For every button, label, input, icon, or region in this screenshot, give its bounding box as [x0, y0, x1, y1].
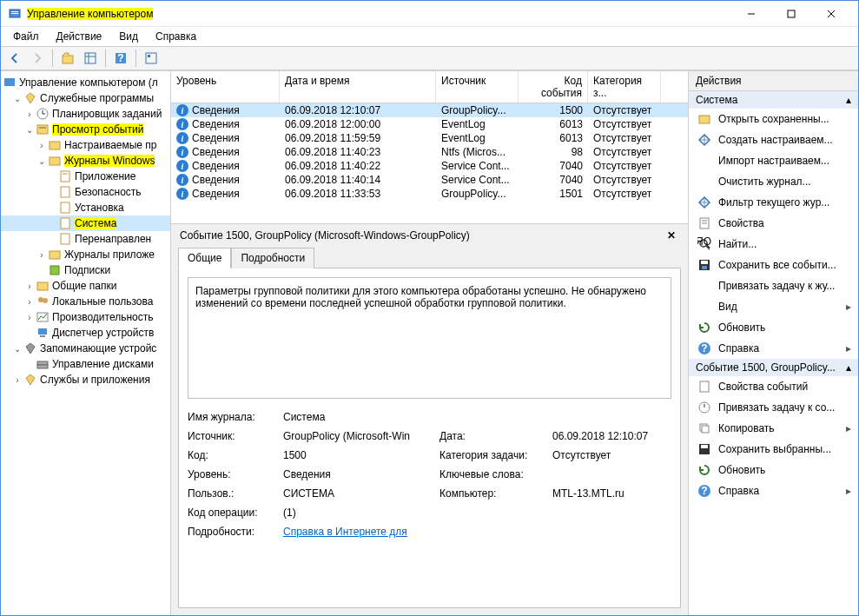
action-item[interactable]: Сохранить выбранны... [689, 439, 858, 460]
action-icon [697, 258, 711, 272]
menubar: Файл Действие Вид Справка [1, 27, 858, 46]
menu-help[interactable]: Справка [149, 29, 203, 44]
svg-rect-38 [37, 365, 48, 368]
lbl-date: Дата: [439, 430, 544, 442]
tree-label: Диспетчер устройств [52, 327, 154, 339]
grid-body[interactable]: iСведения 06.09.2018 12:10:07 GroupPolic… [171, 103, 688, 223]
table-row[interactable]: iСведения 06.09.2018 12:10:07 GroupPolic… [171, 103, 688, 117]
tree-diskmgr[interactable]: Управление дисками [1, 356, 170, 372]
action-item[interactable]: Обновить [689, 317, 858, 338]
tree-shared[interactable]: ›Общие папки [1, 278, 170, 294]
tree-services[interactable]: ›Службы и приложения [1, 372, 170, 387]
tree-storage[interactable]: ⌄Запоминающие устройс [1, 341, 170, 356]
table-row[interactable]: iСведения 06.09.2018 11:59:59 EventLog 6… [171, 131, 688, 145]
actions-section-event[interactable]: Событие 1500, GroupPolicy...▴ [689, 359, 858, 376]
svg-text:?: ? [117, 52, 123, 64]
action-item[interactable]: ЯQНайти... [689, 234, 858, 255]
tree-scheduler[interactable]: ›Планировщик заданий [1, 106, 170, 122]
tree-customviews[interactable]: ›Настраиваемые пр [1, 137, 170, 153]
back-button[interactable] [4, 48, 25, 69]
header-level[interactable]: Уровень [171, 71, 280, 103]
help-button[interactable]: ? [110, 48, 131, 69]
tree-devmgr[interactable]: Диспетчер устройств [1, 325, 170, 341]
val-level: Сведения [283, 468, 431, 480]
action-item[interactable]: Создать настраиваем... [689, 129, 858, 150]
svg-rect-36 [40, 335, 45, 337]
tree-label: Журналы Windows [64, 155, 155, 167]
maximize-button[interactable] [771, 1, 811, 27]
detail-close-button[interactable]: ✕ [664, 229, 679, 242]
action-item[interactable]: Привязать задачу к жу... [689, 275, 858, 296]
tree-subs[interactable]: Подписки [1, 262, 170, 278]
up-button[interactable] [57, 48, 78, 69]
view-button[interactable] [80, 48, 101, 69]
action-item[interactable]: Свойства [689, 213, 858, 234]
tree-winlogs[interactable]: ⌄Журналы Windows [1, 153, 170, 169]
help-link[interactable]: Справка в Интернете для [283, 526, 407, 538]
action-label: Справка [718, 485, 759, 497]
lbl-level: Уровень: [188, 468, 274, 480]
toolbar: ? [1, 46, 858, 70]
svg-rect-15 [4, 78, 15, 86]
action-item[interactable]: ?Справка▸ [689, 338, 858, 359]
tab-details[interactable]: Подробности [231, 248, 314, 268]
action-item[interactable]: Фильтр текущего жур... [689, 192, 858, 213]
action-item[interactable]: Очистить журнал... [689, 171, 858, 192]
tab-general[interactable]: Общие [178, 248, 231, 268]
lbl-user: Пользов.: [188, 487, 274, 500]
action-item[interactable]: Открыть сохраненны... [689, 109, 858, 129]
tree-panel[interactable]: Управление компьютером (л ⌄Служебные про… [1, 71, 171, 615]
tree-root[interactable]: Управление компьютером (л [1, 75, 170, 90]
action-icon: ? [697, 341, 711, 355]
table-row[interactable]: iСведения 06.09.2018 11:33:53 GroupPolic… [171, 187, 688, 201]
detail-title: Событие 1500, GroupPolicy (Microsoft-Win… [180, 229, 664, 242]
svg-rect-2 [11, 13, 18, 14]
action-icon [697, 300, 711, 314]
header-category[interactable]: Категория з... [588, 71, 661, 103]
action-icon [697, 175, 711, 189]
action-item[interactable]: Свойства событий [689, 376, 858, 397]
info-icon: i [176, 160, 188, 172]
tree-setup[interactable]: Установка [1, 200, 170, 215]
info-icon: i [176, 174, 188, 186]
header-id[interactable]: Код события [519, 71, 588, 103]
tree-app[interactable]: Приложение [1, 169, 170, 184]
menu-file[interactable]: Файл [6, 29, 46, 44]
action-label: Привязать задачу к жу... [718, 280, 835, 292]
table-row[interactable]: iСведения 06.09.2018 11:40:14 Service Co… [171, 173, 688, 187]
val-date: 06.09.2018 12:10:07 [552, 430, 671, 442]
menu-action[interactable]: Действие [50, 29, 109, 44]
action-item[interactable]: Копировать▸ [689, 418, 858, 439]
svg-rect-1 [11, 11, 18, 12]
action-label: Обновить [718, 464, 765, 476]
tree-security[interactable]: Безопасность [1, 184, 170, 200]
action-item[interactable]: Сохранить все событи... [689, 255, 858, 275]
tree-tools[interactable]: ⌄Служебные программы [1, 90, 170, 106]
forward-button[interactable] [27, 48, 48, 69]
table-row[interactable]: iСведения 06.09.2018 11:40:22 Service Co… [171, 159, 688, 173]
action-item[interactable]: Вид▸ [689, 296, 858, 317]
close-button[interactable] [811, 1, 851, 27]
menu-view[interactable]: Вид [112, 29, 145, 44]
tree-perf[interactable]: ›Производительность [1, 309, 170, 325]
tree-localusers[interactable]: ›Локальные пользова [1, 294, 170, 309]
minimize-button[interactable] [731, 1, 771, 27]
actions-section-system[interactable]: Система▴ [689, 91, 858, 109]
tree-eventviewer[interactable]: ⌄Просмотр событий [1, 122, 170, 137]
table-row[interactable]: iСведения 06.09.2018 11:40:23 Ntfs (Micr… [171, 145, 688, 159]
action-item[interactable]: ?Справка▸ [689, 480, 858, 501]
tree-applogs[interactable]: ›Журналы приложе [1, 247, 170, 262]
svg-rect-27 [61, 218, 69, 229]
action-icon [697, 112, 711, 126]
header-source[interactable]: Источник [436, 71, 519, 103]
svg-rect-22 [50, 157, 60, 165]
table-row[interactable]: iСведения 06.09.2018 12:00:00 EventLog 6… [171, 117, 688, 131]
action-item[interactable]: Привязать задачу к со... [689, 397, 858, 418]
action-item[interactable]: Импорт настраиваем... [689, 150, 858, 171]
action-item[interactable]: Обновить [689, 460, 858, 480]
titlebar: Управление компьютером [1, 1, 858, 27]
extra-button[interactable] [141, 48, 162, 69]
tree-system[interactable]: Система [1, 215, 170, 231]
tree-forwarded[interactable]: Перенаправлен [1, 231, 170, 247]
header-date[interactable]: Дата и время [280, 71, 436, 103]
